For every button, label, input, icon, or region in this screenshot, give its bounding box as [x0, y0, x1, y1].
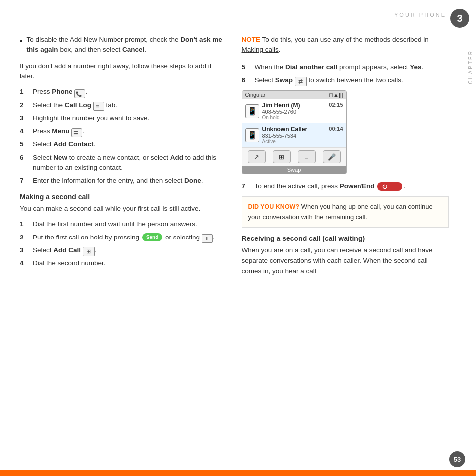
step-num-7: 7: [20, 176, 28, 186]
phone-call-details-2: Unknown Caller00:14 831-555-7534 Active: [262, 126, 343, 144]
step-num-s2: 2: [20, 233, 28, 242]
step-text-5: Select Add Contact.: [33, 139, 95, 149]
step-item: 6 Select New to create a new contact, or…: [20, 153, 227, 173]
phone-call-time-1: 02:15: [329, 102, 343, 108]
step-num-s4: 4: [20, 258, 28, 268]
step-item: 1 Dial the first number and wait until t…: [20, 219, 227, 229]
header-bar: YOUR PHONE: [0, 0, 476, 30]
phone-icon: [74, 89, 85, 98]
bullet-dot: •: [20, 36, 23, 55]
step-num-s3: 3: [20, 245, 28, 255]
step-text-7: Enter the information for the entry, and…: [33, 176, 203, 186]
phone-signals: ◻▲|||: [329, 92, 343, 98]
phone-carrier: Cingular: [245, 92, 266, 98]
swap-icon: ⇄: [295, 77, 307, 86]
phone-call-row-2: 📱 Unknown Caller00:14 831-555-7534 Activ…: [242, 123, 346, 147]
step-text-s1: Dial the first number and wait until the…: [33, 219, 197, 229]
second-call-intro: You can make a second call while your fi…: [20, 204, 227, 214]
step-item: 1 Press Phone .: [20, 87, 227, 97]
phone-status-bar: Cingular ◻▲|||: [242, 91, 346, 99]
step-text-r5: When the Dial another call prompt appear…: [255, 62, 424, 72]
phone-call-icon-2: 📱: [245, 128, 259, 142]
step-text-3: Highlight the number you want to save.: [33, 113, 149, 123]
step-item: 5 Select Add Contact.: [20, 139, 227, 149]
step-text-s2: Put the first call on hold by pressing S…: [33, 233, 215, 242]
step-item: 3 Select Add Call ⊞.: [20, 245, 227, 255]
step-list-1: 1 Press Phone . 2 Select the Call Log ta…: [20, 87, 227, 186]
bullet-item: • To disable the Add New Number prompt, …: [20, 35, 227, 55]
step-item: 7 To end the active call, press Power/En…: [242, 181, 449, 191]
step-text-4: Press Menu .: [33, 126, 84, 136]
step-num-r7: 7: [242, 181, 250, 191]
note-block: NOTE To do this, you can use any of the …: [242, 35, 449, 55]
header-title: YOUR PHONE: [394, 12, 446, 18]
menu-icon: [71, 128, 82, 137]
phone-btn-2: ⊞: [273, 150, 291, 163]
step-list-2: 1 Dial the first number and wait until t…: [20, 219, 227, 268]
step-num-r6: 6: [242, 75, 250, 85]
phone-call-time-2: 00:14: [329, 126, 343, 132]
second-call-heading: Making a second call: [20, 193, 227, 201]
phone-call-row-1: 📱 Jim Henri (M)02:15 408-555-2760 On hol…: [242, 99, 346, 123]
step-num-r5: 5: [242, 62, 250, 72]
send-button-icon: Send: [142, 233, 162, 241]
making-calls-link[interactable]: Making calls: [242, 46, 279, 53]
did-you-know-box: DID YOU KNOW? When you hang up one call,…: [242, 196, 449, 228]
right-column: NOTE To do this, you can use any of the …: [242, 30, 449, 461]
phone-btn-1: ↗: [248, 150, 266, 163]
step-num-6: 6: [20, 153, 28, 173]
phone-call-details-1: Jim Henri (M)02:15 408-555-2760 On hold: [262, 102, 343, 120]
step-text-s3: Select Add Call ⊞.: [33, 245, 97, 255]
phone-call-name-1: Jim Henri (M)02:15: [262, 102, 343, 109]
left-column: • To disable the Add New Number prompt, …: [20, 30, 227, 461]
step-list-7: 7 To end the active call, press Power/En…: [242, 181, 449, 191]
step-item: 6 Select Swap ⇄ to switch between the tw…: [242, 75, 449, 85]
chapter-label: CHAPTER: [468, 50, 473, 84]
phone-call-number-2: 831-555-7534: [262, 133, 343, 139]
step-num-3: 3: [20, 113, 28, 123]
phone-buttons: ↗ ⊞ ≡ 🎤: [242, 147, 346, 166]
step-text-r6: Select Swap ⇄ to switch between the two …: [255, 75, 403, 85]
hold-button-icon: II: [202, 234, 213, 243]
phone-call-status-2: Active: [262, 139, 343, 144]
step-item: 7 Enter the information for the entry, a…: [20, 176, 227, 186]
phone-swap-bar: Swap: [242, 166, 346, 174]
step-text-1: Press Phone .: [33, 87, 87, 97]
step-num-2: 2: [20, 100, 28, 110]
step-text-6: Select New to create a new contact, or s…: [33, 153, 227, 173]
bullet-text: To disable the Add New Number prompt, ch…: [27, 35, 227, 55]
step-item: 5 When the Dial another call prompt appe…: [242, 62, 449, 72]
phone-call-name-2: Unknown Caller00:14: [262, 126, 343, 133]
step-text-r7: To end the active call, press Power/End …: [255, 181, 406, 191]
power-icon: ⏻——: [377, 182, 402, 191]
note-label: NOTE: [242, 36, 261, 43]
intro-text: If you don't add a number right away, fo…: [20, 61, 227, 82]
note-text: To do this, you can use any of the metho…: [242, 36, 429, 53]
dyk-label: DID YOU KNOW?: [248, 203, 300, 210]
phone-call-status-1: On hold: [262, 115, 343, 120]
step-item: 4 Press Menu .: [20, 126, 227, 136]
step-item: 2 Select the Call Log tab.: [20, 100, 227, 110]
receiving-heading: Receiving a second call (call waiting): [242, 235, 449, 242]
step-num-4: 4: [20, 126, 28, 136]
addcall-icon: ⊞: [83, 247, 95, 256]
calllog-icon: [93, 102, 104, 111]
step-item: 4 Dial the second number.: [20, 258, 227, 268]
phone-screen-mockup: Cingular ◻▲||| 📱 Jim Henri (M)02:15 408-…: [242, 90, 347, 174]
content-area: • To disable the Add New Number prompt, …: [20, 30, 449, 461]
step-text-s4: Dial the second number.: [33, 258, 106, 268]
step-num-1: 1: [20, 87, 28, 97]
phone-call-number-1: 408-555-2760: [262, 109, 343, 115]
bold-cancel: Cancel: [122, 46, 144, 53]
chapter-badge: 3: [450, 9, 469, 28]
page-number: 53: [449, 451, 465, 467]
bottom-bar: [0, 470, 476, 476]
step-text-2: Select the Call Log tab.: [33, 100, 117, 110]
receiving-text: When you are on a call, you can receive …: [242, 245, 449, 277]
phone-btn-4: 🎤: [323, 150, 341, 163]
step-item: 2 Put the first call on hold by pressing…: [20, 233, 227, 242]
step-num-5: 5: [20, 139, 28, 149]
step-list-right: 5 When the Dial another call prompt appe…: [242, 62, 449, 86]
step-item: 3 Highlight the number you want to save.: [20, 113, 227, 123]
phone-btn-3: ≡: [298, 150, 316, 163]
